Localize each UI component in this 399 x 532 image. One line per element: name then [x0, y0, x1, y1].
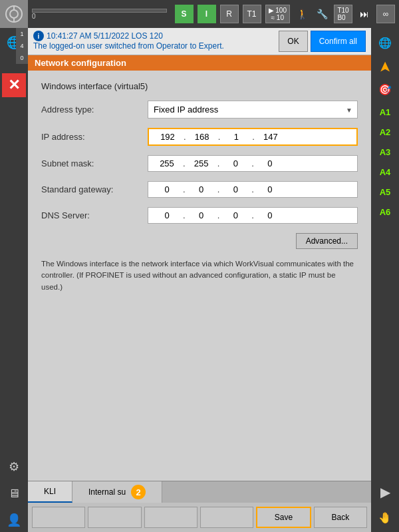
top-toolbar: 0 S I R T1 ▶ 100≈ 10 🚶 🔧 T10B0 ⏭ ∞ — [0, 0, 399, 28]
ip-address-row: IP address: . . . — [41, 128, 358, 146]
network-panel: Network configuration Windows interface … — [28, 55, 371, 481]
gateway-label: Standard gateway: — [41, 184, 148, 194]
ip-address-group: . . . — [148, 128, 358, 146]
tab-internal[interactable]: Internal su 2 — [72, 481, 162, 503]
dns-row: DNS Server: . . . — [41, 207, 358, 224]
bottom-buttons: Save Back — [28, 503, 371, 532]
play-right-icon[interactable]: ▶ — [373, 480, 397, 504]
person-icon[interactable]: 👤 — [2, 508, 26, 532]
gateway-octet-3[interactable] — [222, 184, 249, 194]
subnet-mask-group: . . . — [148, 155, 358, 172]
progress-value: 0 — [32, 13, 167, 20]
ip-octet-2[interactable] — [189, 132, 215, 142]
settings-icon[interactable]: ⚙ — [2, 455, 26, 479]
right-label-a2[interactable]: A2 — [373, 123, 397, 141]
orange-arrow-icon[interactable]: ➤ — [376, 61, 394, 73]
info-icon: i — [33, 31, 44, 41]
ip-address-label: IP address: — [41, 132, 148, 142]
advanced-button[interactable]: Advanced... — [296, 233, 358, 249]
dns-dot-2: . — [217, 210, 220, 220]
gateway-dot-3: . — [251, 184, 254, 194]
subnet-mask-label: Subnet mask: — [41, 158, 148, 168]
gateway-group: . . . — [148, 181, 358, 198]
bottom-btn-4[interactable] — [200, 507, 253, 528]
hand-icon[interactable]: 🤚 — [373, 505, 397, 529]
right-label-a3[interactable]: A3 — [373, 142, 397, 161]
main-area: 🌐 1 4 0 ✕ ⚙ 🖥 👤 i 10:41:27 AM 5/11/2022 … — [0, 28, 399, 532]
advanced-row: Advanced... — [41, 233, 358, 249]
confirm-all-button[interactable]: Confirm all — [311, 31, 366, 52]
subnet-octet-2[interactable] — [188, 158, 215, 168]
subnet-octet-4[interactable] — [257, 158, 283, 168]
globe-right-icon[interactable]: 🌐 — [373, 31, 397, 55]
bottom-btn-3[interactable] — [144, 507, 198, 528]
ip-octet-1[interactable] — [154, 132, 181, 142]
btn-speed[interactable]: ▶ 100≈ 10 — [265, 5, 290, 23]
address-type-label: Address type: — [41, 105, 148, 115]
tab-kli-label: KLI — [44, 487, 56, 496]
dns-control: . . . — [148, 207, 358, 224]
notification-buttons: OK Confirm all — [279, 31, 366, 52]
subnet-dot-2: . — [217, 158, 220, 168]
right-label-a4[interactable]: A4 — [373, 162, 397, 181]
btn-infinity[interactable]: ∞ — [376, 5, 395, 23]
gateway-octet-4[interactable] — [257, 184, 283, 194]
subnet-mask-row: Subnet mask: . . . — [41, 155, 358, 172]
section-title: Windows interface (virtual5) — [41, 81, 358, 91]
panel-title: Network configuration — [28, 55, 371, 71]
btn-s[interactable]: S — [175, 5, 194, 23]
right-sidebar: 🌐 ➤ 🎯 A1 A2 A3 A4 A5 A6 ▶ 🤚 — [371, 28, 399, 532]
subnet-mask-control: . . . — [148, 155, 358, 172]
subnet-octet-1[interactable] — [154, 158, 180, 168]
ok-button[interactable]: OK — [279, 31, 307, 52]
btn-i[interactable]: I — [198, 5, 216, 23]
skip-icon: ⏭ — [355, 5, 374, 23]
tab-internal-label: Internal su — [88, 487, 126, 497]
left-sidebar: 🌐 1 4 0 ✕ ⚙ 🖥 👤 — [0, 28, 28, 532]
btn-r[interactable]: R — [220, 5, 239, 23]
ip-octet-4[interactable] — [257, 132, 284, 142]
dns-octet-4[interactable] — [257, 210, 283, 220]
tool-icon: 🔧 — [313, 5, 331, 23]
dns-label: DNS Server: — [41, 210, 148, 220]
save-button[interactable]: Save — [256, 507, 311, 528]
gateway-row: Standard gateway: . . . — [41, 181, 358, 198]
right-label-a5[interactable]: A5 — [373, 182, 397, 201]
notification-content: i 10:41:27 AM 5/11/2022 LOS 120 The logg… — [33, 31, 273, 51]
monitor-icon[interactable]: 🖥 — [2, 481, 26, 505]
notification-time: 10:41:27 AM 5/11/2022 LOS 120 — [47, 31, 163, 41]
right-label-a1[interactable]: A1 — [373, 103, 397, 121]
address-type-row: Address type: Fixed IP address — [41, 101, 358, 119]
back-button[interactable]: Back — [314, 507, 367, 528]
address-type-control: Fixed IP address — [148, 101, 358, 119]
gateway-octet-1[interactable] — [154, 184, 180, 194]
right-label-a6[interactable]: A6 — [373, 202, 397, 221]
address-type-select[interactable]: Fixed IP address — [148, 101, 358, 119]
toolbar-logo — [0, 0, 28, 28]
sidebar-num-4: 4 — [16, 40, 28, 52]
btn-t10[interactable]: T10B0 — [334, 5, 352, 23]
target-icon[interactable]: 🎯 — [373, 77, 397, 101]
notification-message: The logged-on user switched from Operato… — [33, 41, 273, 51]
dns-octet-1[interactable] — [154, 210, 180, 220]
ip-address-control: . . . — [148, 128, 358, 146]
gateway-control: . . . — [148, 181, 358, 198]
gateway-octet-2[interactable] — [188, 184, 215, 194]
bottom-btn-2[interactable] — [88, 507, 141, 528]
dns-octet-3[interactable] — [222, 210, 249, 220]
gateway-dot-2: . — [217, 184, 220, 194]
ip-dot-2: . — [218, 132, 221, 142]
toolbar-controls: S I R T1 ▶ 100≈ 10 🚶 🔧 T10B0 ⏭ ∞ — [171, 5, 399, 23]
dns-group: . . . — [148, 207, 358, 224]
tab-kli[interactable]: KLI — [28, 481, 72, 503]
btn-t1[interactable]: T1 — [243, 5, 261, 23]
dns-dot-1: . — [183, 210, 186, 220]
tabs-row: KLI Internal su 2 — [28, 481, 371, 503]
tab-badge: 2 — [131, 485, 146, 499]
subnet-octet-3[interactable] — [222, 158, 249, 168]
tab-spacer — [162, 481, 371, 503]
dns-octet-2[interactable] — [188, 210, 215, 220]
close-button[interactable]: ✕ — [2, 73, 26, 97]
bottom-btn-1[interactable] — [32, 507, 85, 528]
ip-octet-3[interactable] — [223, 132, 249, 142]
